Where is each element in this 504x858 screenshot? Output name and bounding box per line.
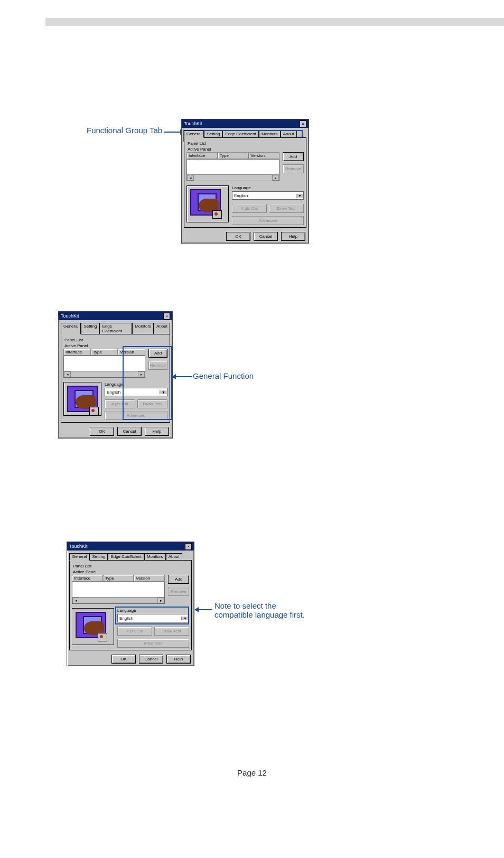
language-select[interactable]: English ▼ (105, 388, 167, 396)
language-select[interactable]: English ▼ (232, 191, 304, 200)
list-header: Interface Type Version (186, 152, 279, 159)
fourpt-button[interactable]: 4 pts Cal (117, 627, 152, 636)
chevron-down-icon[interactable]: ▼ (160, 390, 167, 394)
scroll-left-icon[interactable]: ◂ (187, 175, 194, 181)
tab-monitors[interactable]: Monitors (132, 323, 154, 334)
scrollbar[interactable]: ◂ ▸ (72, 597, 164, 603)
language-label: Language (117, 608, 189, 613)
dialog-buttons: OK Cancel Help (67, 652, 194, 666)
tab-row: General Setting Edge Coefficient Monitor… (61, 322, 170, 334)
close-icon[interactable]: × (300, 120, 306, 127)
col-version[interactable]: Version (134, 575, 165, 582)
page-footer: Page 12 (0, 768, 504, 777)
touch-logo (63, 382, 101, 416)
panel-list[interactable]: ◂ ▸ (186, 159, 279, 181)
cancel-button[interactable]: Cancel (254, 232, 278, 241)
add-button[interactable]: Add (168, 575, 189, 584)
language-value: English (105, 390, 160, 395)
window-title: TouchKit (61, 313, 79, 319)
remove-button[interactable]: Remove (283, 164, 304, 173)
scroll-right-icon[interactable]: ▸ (138, 371, 145, 377)
touch-logo (72, 608, 114, 645)
tab-row: General Setting Edge Coefficient Monitor… (184, 130, 306, 137)
callout-text: General Function (193, 371, 254, 380)
drawtest-button[interactable]: Draw Test (137, 399, 168, 408)
add-button[interactable]: Add (283, 152, 304, 161)
chevron-down-icon[interactable]: ▼ (181, 617, 189, 620)
dialog-touchkit-2: TouchKit × General Setting Edge Coeffici… (58, 311, 173, 439)
window-title: TouchKit (69, 544, 88, 549)
tab-setting[interactable]: Setting (204, 130, 222, 138)
col-version[interactable]: Version (118, 349, 145, 356)
drawtest-button[interactable]: Draw Test (269, 204, 304, 213)
scroll-right-icon[interactable]: ▸ (157, 598, 164, 603)
dialog-touchkit-1: TouchKit × General Setting Edge Coeffici… (181, 119, 309, 244)
ok-button[interactable]: OK (90, 427, 114, 436)
scrollbar[interactable]: ◂ ▸ (187, 174, 279, 181)
language-label: Language (232, 185, 304, 190)
ok-button[interactable]: OK (226, 232, 250, 241)
chevron-down-icon[interactable]: ▼ (296, 194, 303, 198)
scroll-left-icon[interactable]: ◂ (72, 598, 79, 603)
tab-general[interactable]: General (61, 323, 81, 334)
panel-list-label: Panel List (64, 338, 167, 342)
callout-functional-tab: Functional Group Tab (87, 126, 184, 136)
advanced-button[interactable]: Advanced (232, 216, 304, 225)
help-button[interactable]: Help (145, 427, 169, 436)
col-type[interactable]: Type (91, 349, 118, 356)
tab-monitors[interactable]: Monitors (144, 553, 166, 561)
tab-edge[interactable]: Edge Coefficient (99, 323, 132, 334)
col-type[interactable]: Type (218, 152, 249, 159)
cancel-button[interactable]: Cancel (117, 427, 142, 436)
active-panel-label: Active Panel (188, 147, 304, 152)
scroll-right-icon[interactable]: ▸ (272, 175, 279, 181)
advanced-button[interactable]: Advanced (117, 639, 189, 648)
tab-setting[interactable]: Setting (81, 323, 99, 334)
tab-general[interactable]: General (184, 130, 204, 138)
document-page: Functional Group Tab TouchKit × General … (0, 0, 504, 858)
list-header: Interface Type Version (72, 575, 165, 582)
window-title: TouchKit (184, 121, 202, 126)
tab-monitors[interactable]: Monitors (259, 130, 281, 138)
fourpt-button[interactable]: 4 pts Cal (105, 399, 135, 408)
help-button[interactable]: Help (281, 232, 305, 241)
scrollbar[interactable]: ◂ ▸ (64, 371, 145, 377)
panel-list[interactable]: ◂ ▸ (72, 582, 165, 604)
remove-button[interactable]: Remove (148, 361, 167, 370)
tab-general[interactable]: General (69, 553, 89, 561)
fourpt-button[interactable]: 4 pts Cal (232, 204, 267, 213)
ok-button[interactable]: OK (111, 655, 136, 664)
tab-about[interactable]: About (154, 323, 170, 334)
header-bar (45, 18, 504, 26)
tab-body: Panel List Active Panel Interface Type V… (69, 560, 192, 650)
cancel-button[interactable]: Cancel (139, 655, 163, 664)
close-icon[interactable]: × (163, 313, 170, 320)
dialog-buttons: OK Cancel Help (59, 425, 172, 438)
remove-button[interactable]: Remove (168, 587, 189, 596)
callout-general-function: General Function (172, 371, 254, 380)
panel-list-label: Panel List (188, 141, 304, 146)
list-header: Interface Type Version (63, 349, 145, 356)
col-interface[interactable]: Interface (186, 152, 218, 159)
tab-about[interactable]: About (281, 130, 297, 138)
callout-text: Note to select the compatible language f… (214, 601, 305, 619)
col-interface[interactable]: Interface (72, 575, 103, 582)
close-icon[interactable]: × (185, 543, 192, 550)
add-button[interactable]: Add (148, 349, 167, 358)
drawtest-button[interactable]: Draw Test (154, 627, 189, 636)
col-interface[interactable]: Interface (63, 349, 91, 356)
scroll-left-icon[interactable]: ◂ (64, 371, 71, 377)
tab-about[interactable]: About (166, 553, 182, 561)
advanced-button[interactable]: Advanced (105, 411, 167, 420)
active-panel-label: Active Panel (73, 570, 189, 574)
panel-list[interactable]: ◂ ▸ (63, 356, 145, 378)
language-value: English (118, 616, 181, 621)
help-button[interactable]: Help (166, 655, 191, 664)
col-type[interactable]: Type (103, 575, 134, 582)
col-version[interactable]: Version (248, 152, 279, 159)
tab-edge[interactable]: Edge Coefficient (108, 553, 144, 561)
language-label: Language (105, 382, 167, 387)
tab-edge[interactable]: Edge Coefficient (222, 130, 259, 138)
tab-setting[interactable]: Setting (89, 553, 108, 561)
language-select[interactable]: English ▼ (117, 614, 189, 622)
